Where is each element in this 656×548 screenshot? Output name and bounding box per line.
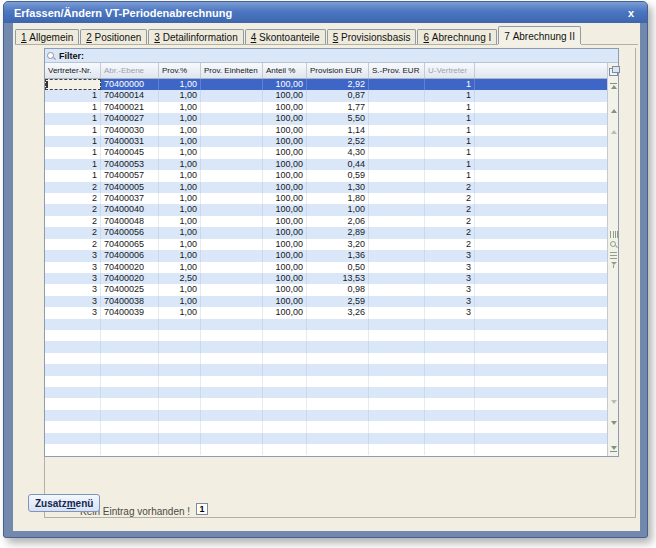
table-row[interactable]: 3704000202,50100,0013,533 [45, 273, 607, 284]
table-cell: 2 [45, 182, 101, 193]
table-row[interactable]: 1704000141,00100,000,871 [45, 90, 607, 101]
table-cell: 70400000 [101, 79, 159, 90]
table-cell [201, 296, 263, 307]
tab-provisionsbasis[interactable]: 5 Provisionsbasis [327, 29, 417, 44]
table-cell: 70400031 [101, 136, 159, 147]
table-row[interactable]: 2704000371,00100,001,802 [45, 193, 607, 204]
table-row-empty[interactable] [45, 433, 607, 444]
table-row-empty[interactable] [45, 376, 607, 387]
scroll-prev-icon[interactable] [611, 113, 617, 131]
table-row[interactable]: 3704000201,00100,000,503 [45, 262, 607, 273]
table-cell: 5,50 [307, 113, 369, 124]
scroll-to-bottom-icon[interactable] [610, 446, 617, 452]
column-header[interactable]: S.-Prov. EUR [369, 63, 425, 78]
table-row[interactable]: 2704000651,00100,003,202 [45, 239, 607, 250]
scroll-down-icon[interactable] [611, 425, 617, 443]
column-header[interactable]: U-Vertreter [425, 63, 475, 78]
table-row[interactable]: 1704000571,00100,000,591 [45, 170, 607, 181]
table-cell [101, 410, 159, 421]
table-row[interactable]: 1704000451,00100,004,301 [45, 147, 607, 158]
table-cell [263, 421, 307, 432]
table-cell: 3 [45, 296, 101, 307]
table-row[interactable]: 1704000211,00100,001,771 [45, 102, 607, 113]
table-row[interactable]: 3704000381,00100,002,593 [45, 296, 607, 307]
table-cell-filler [475, 433, 607, 444]
table-cell: 1,00 [159, 262, 201, 273]
search-rows-icon[interactable] [610, 241, 618, 249]
close-icon[interactable]: x [625, 7, 637, 19]
table-row-empty[interactable] [45, 410, 607, 421]
scroll-to-top-icon[interactable] [610, 83, 617, 89]
table-row[interactable]: 3704000061,00100,001,363 [45, 250, 607, 261]
column-header[interactable]: Prov.% [159, 63, 201, 78]
tab-abrechnung-ii[interactable]: 7 Abrechnung II [498, 26, 581, 44]
table-cell: 70400020 [101, 262, 159, 273]
table-cell [425, 319, 475, 330]
table-cell [201, 284, 263, 295]
data-grid: Filter: Vertreter-Nr.Abr.-EbeneProv.%Pro… [44, 48, 619, 457]
table-cell: 1,00 [159, 296, 201, 307]
table-row[interactable]: 3704000251,00100,000,983 [45, 284, 607, 295]
table-row-empty[interactable] [45, 387, 607, 398]
filter-rows-icon[interactable] [611, 262, 617, 268]
table-row-empty[interactable] [45, 353, 607, 364]
tab-allgemein[interactable]: 1 Allgemein [15, 29, 79, 44]
table-cell: 100,00 [263, 193, 307, 204]
table-cell-filler [475, 364, 607, 375]
scroll-next-icon[interactable] [611, 404, 617, 422]
table-cell [369, 410, 425, 421]
tab-detailinformation[interactable]: 3 Detailinformation [148, 29, 243, 44]
table-row[interactable]: 704000001,00100,002,921 [45, 79, 607, 90]
table-row[interactable]: 2704000401,00100,001,002 [45, 204, 607, 215]
table-row-empty[interactable] [45, 444, 607, 455]
table-cell-filler [475, 284, 607, 295]
table-row[interactable]: 2704000481,00100,002,062 [45, 216, 607, 227]
sort-icon[interactable] [610, 252, 617, 259]
table-row[interactable]: 1704000271,00100,005,501 [45, 113, 607, 124]
table-cell [201, 353, 263, 364]
scroll-up-icon[interactable] [611, 92, 617, 110]
table-row[interactable]: 1704000301,00100,001,141 [45, 125, 607, 136]
zusatzmenu-button[interactable]: Zusatzmenü [28, 494, 100, 512]
table-row-empty[interactable] [45, 341, 607, 352]
column-header[interactable]: Provision EUR [307, 63, 369, 78]
table-cell: 100,00 [263, 147, 307, 158]
table-cell: 0,44 [307, 159, 369, 170]
table-cell: 3,20 [307, 239, 369, 250]
column-header[interactable]: Prov. Einheiten [201, 63, 263, 78]
tab-positionen[interactable]: 2 Positionen [80, 29, 147, 44]
table-cell [369, 193, 425, 204]
table-cell [263, 330, 307, 341]
column-header[interactable]: Abr.-Ebene [101, 63, 159, 78]
resize-columns-icon[interactable] [610, 231, 618, 238]
table-row-empty[interactable] [45, 319, 607, 330]
table-row-empty[interactable] [45, 330, 607, 341]
table-cell [159, 444, 201, 455]
table-cell [201, 330, 263, 341]
table-row-empty[interactable] [45, 421, 607, 432]
table-row[interactable]: 2704000051,00100,001,302 [45, 182, 607, 193]
column-header[interactable]: Anteil % [263, 63, 307, 78]
table-cell-filler [475, 79, 607, 90]
table-options-icon[interactable] [609, 66, 618, 75]
table-row-empty[interactable] [45, 398, 607, 409]
tab-abrechnung-i[interactable]: 6 Abrechnung I [417, 29, 497, 44]
table-cell: 100,00 [263, 182, 307, 193]
table-cell [201, 136, 263, 147]
table-cell [101, 364, 159, 375]
table-row-empty[interactable] [45, 364, 607, 375]
table-header: Vertreter-Nr.Abr.-EbeneProv.%Prov. Einhe… [45, 63, 607, 79]
table-cell: 0,59 [307, 170, 369, 181]
column-header[interactable]: Vertreter-Nr. [45, 63, 101, 78]
table-row[interactable]: 2704000561,00100,002,892 [45, 227, 607, 238]
filter-input[interactable] [84, 49, 616, 62]
table-cell [307, 364, 369, 375]
table-cell: 1 [425, 125, 475, 136]
table-cell: 2,92 [307, 79, 369, 90]
tab-skontoanteile[interactable]: 4 Skontoanteile [245, 29, 326, 44]
table-cell: 0,50 [307, 262, 369, 273]
table-cell [201, 273, 263, 284]
table-row[interactable]: 3704000391,00100,003,263 [45, 307, 607, 318]
table-row[interactable]: 1704000531,00100,000,441 [45, 159, 607, 170]
table-row[interactable]: 1704000311,00100,002,521 [45, 136, 607, 147]
